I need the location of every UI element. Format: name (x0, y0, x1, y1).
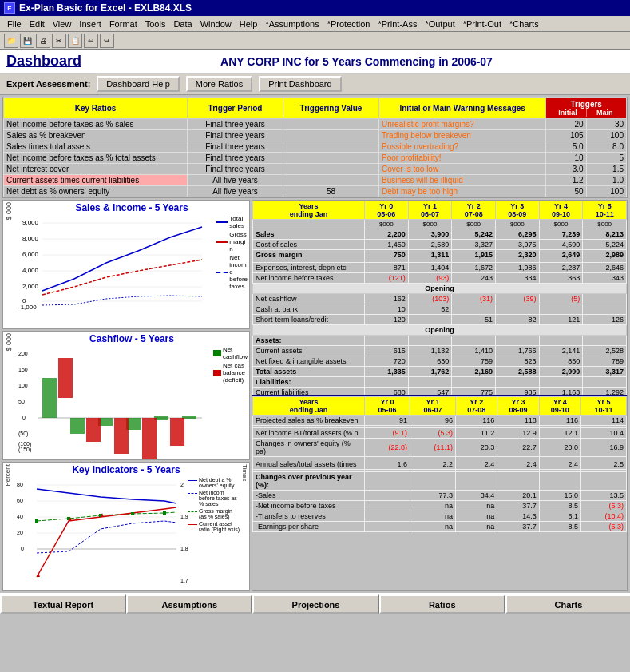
data-cell2: 20.3 (455, 439, 497, 457)
data-cell2: 6.1 (539, 511, 580, 522)
data-cell (495, 336, 539, 346)
ratio-period: Final three years (188, 153, 283, 164)
svg-rect-47 (35, 519, 38, 523)
menu-data[interactable]: Data (170, 18, 195, 30)
data-label2: -Net income before taxes (253, 501, 365, 511)
data-cell: 2,169 (452, 367, 496, 377)
data-cell: 547 (408, 388, 452, 396)
data-cell2: na (410, 501, 455, 511)
menu-print-out[interactable]: *Print-Out (460, 18, 505, 30)
data-cell: (5) (539, 294, 583, 304)
col-header-trigger-period: Trigger Period (188, 98, 283, 119)
col-header-key-ratios: Key Ratios (4, 98, 188, 119)
sales-legend: Totalsales Grossmargin Netincomebeforeta… (216, 215, 248, 290)
nav-ratios[interactable]: Ratios (379, 594, 505, 614)
data-cell2: (5.3) (410, 428, 455, 439)
svg-text:200: 200 (18, 351, 28, 356)
sales-income-chart: $ 000 Sales & Income - 5 Years 9,000 8,0… (2, 200, 250, 329)
menu-assumptions[interactable]: *Assumptions (262, 18, 322, 30)
svg-text:20: 20 (17, 530, 23, 535)
y-axis-label-right: Times (240, 463, 249, 483)
data-cell: 2,588 (495, 367, 539, 377)
ratio-main: 100 (586, 186, 626, 197)
menu-protection[interactable]: *Protection (324, 18, 374, 30)
svg-rect-23 (70, 418, 85, 434)
svg-rect-28 (58, 358, 73, 398)
menu-view[interactable]: View (50, 18, 75, 30)
data-cell (452, 304, 496, 315)
data-label2: -Earnings per share (253, 522, 365, 532)
unit-2: $000 (452, 220, 496, 229)
toolbar-btn-1[interactable]: 📁 (4, 34, 18, 48)
data-cell2 (365, 491, 410, 501)
nav-charts[interactable]: Charts (505, 594, 630, 614)
svg-text:(150): (150) (18, 447, 31, 453)
nav-assumptions[interactable]: Assumptions (126, 594, 252, 614)
data-label: Cost of sales (253, 240, 365, 250)
toolbar-btn-3[interactable]: 🖨 (36, 34, 50, 48)
unit-0: $000 (365, 220, 409, 229)
data-cell: 5,242 (452, 229, 496, 240)
toolbar-btn-6[interactable]: ↩ (84, 34, 98, 48)
ratio-period: All five years (188, 186, 283, 197)
data-cell: 10 (365, 304, 409, 315)
data-cell: 2,649 (539, 250, 583, 260)
svg-text:80: 80 (17, 482, 23, 487)
data-cell: (31) (452, 294, 496, 304)
print-dashboard-button[interactable]: Print Dashboard (259, 76, 342, 92)
data-label: Short-term loans/credit (253, 315, 365, 325)
data-cell (583, 336, 627, 346)
th-yr0: Yr 005-06 (365, 201, 409, 220)
toolbar-btn-2[interactable]: 💾 (20, 34, 34, 48)
ratio-period: Final three years (188, 119, 283, 130)
menu-file[interactable]: File (4, 18, 25, 30)
toolbar-btn-4[interactable]: ✂ (52, 34, 66, 48)
menu-insert[interactable]: Insert (76, 18, 105, 30)
col-header-triggers: TriggersInitialMain (546, 98, 627, 119)
data-cell (452, 336, 496, 346)
data-cell: 1,311 (408, 250, 452, 260)
data-cell (539, 377, 583, 388)
ratio-main: 1.5 (586, 164, 626, 175)
more-ratios-button[interactable]: More Ratios (186, 76, 252, 92)
data-cell: 1,410 (452, 346, 496, 356)
data-label: Net fixed & intangible assets (253, 356, 365, 367)
y-axis-label-left: Percent (3, 463, 13, 488)
data-cell: 243 (452, 273, 496, 284)
menu-tools[interactable]: Tools (142, 18, 169, 30)
menu-help[interactable]: Help (236, 18, 261, 30)
data-cell (539, 336, 583, 346)
toolbar: 📁 💾 🖨 ✂ 📋 ↩ ↪ (0, 32, 630, 50)
data-cell2: 37.7 (497, 522, 539, 532)
menu-print-ass[interactable]: *Print-Ass (374, 18, 420, 30)
svg-text:8,000: 8,000 (22, 235, 39, 242)
data-cell2: (22.8) (365, 439, 410, 457)
data-cell: 1,163 (539, 388, 583, 396)
ratio-value (283, 175, 379, 186)
th2-yr1: Yr 106-07 (410, 397, 455, 416)
nav-textual-report[interactable]: Textual Report (0, 594, 126, 614)
ratio-label: Net income before taxes as % total asset… (4, 153, 188, 164)
data-label: Total assets (253, 367, 365, 377)
data-cell2: 2.4 (455, 459, 497, 470)
unit-3: $000 (495, 220, 539, 229)
title-bar: E Ex-Plan Basic for Excel - EXLB84.XLS (0, 0, 630, 16)
toolbar-btn-7[interactable]: ↪ (100, 34, 114, 48)
menu-format[interactable]: Format (106, 18, 141, 30)
toolbar-btn-5[interactable]: 📋 (68, 34, 82, 48)
ratio-period: All five years (188, 175, 283, 186)
data-cell: 51 (452, 315, 496, 325)
menu-output[interactable]: *Output (422, 18, 458, 30)
dashboard-help-button[interactable]: Dashboard Help (97, 76, 180, 92)
data-table-bottom-section: Yearsending Jan Yr 005-06 Yr 106-07 Yr 2… (252, 395, 627, 590)
menu-window[interactable]: Window (197, 18, 235, 30)
data-table-top-section: Yearsending Jan Yr 005-06 Yr 106-07 Yr 2… (252, 201, 627, 395)
nav-projections[interactable]: Projections (252, 594, 378, 614)
menu-charts[interactable]: *Charts (506, 18, 542, 30)
data-cell: 823 (495, 356, 539, 367)
menu-edit[interactable]: Edit (26, 18, 48, 30)
data-cell2: 1.6 (365, 459, 410, 470)
th-yr1: Yr 106-07 (408, 201, 452, 220)
data-cell (408, 315, 452, 325)
data-cell: 850 (539, 356, 583, 367)
